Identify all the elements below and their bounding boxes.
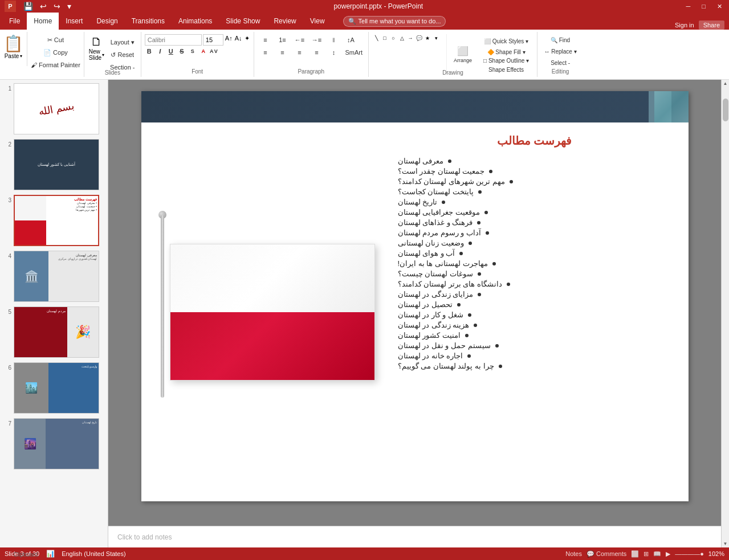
- slide-img-6[interactable]: 🏙️ وارسو پایتخت: [14, 362, 99, 414]
- notes-area[interactable]: Click to add notes: [108, 526, 721, 547]
- font-color-btn[interactable]: A: [199, 47, 208, 56]
- columns-btn[interactable]: ⫴: [326, 34, 342, 46]
- arrow-shape-btn[interactable]: →: [406, 34, 414, 42]
- format-painter-button[interactable]: 🖌 Format Painter: [28, 59, 83, 71]
- select-button[interactable]: Select -: [541, 57, 580, 68]
- increase-indent-btn[interactable]: →≡: [309, 34, 325, 46]
- bold-button[interactable]: B: [145, 47, 154, 56]
- decrease-indent-btn[interactable]: ←≡: [292, 34, 308, 46]
- zoom-slider[interactable]: ————●: [675, 550, 704, 557]
- slide-sorter-btn[interactable]: ⊞: [644, 550, 649, 558]
- minimize-btn[interactable]: ─: [684, 3, 693, 10]
- vertical-scrollbar[interactable]: ▲ ▼: [721, 80, 729, 547]
- slide-img-5[interactable]: مردم لهستان 🎉: [14, 306, 99, 358]
- customize-quick-access[interactable]: ▾: [66, 1, 73, 12]
- tab-review[interactable]: Review: [267, 13, 303, 30]
- copy-button[interactable]: 📄 Copy: [28, 47, 83, 58]
- star-shape-btn[interactable]: ★: [423, 34, 431, 42]
- bullets-btn[interactable]: ≡: [258, 34, 274, 46]
- triangle-shape-btn[interactable]: △: [398, 34, 406, 42]
- slide-thumb-2[interactable]: 2 آشنایی با کشور لهستان: [2, 138, 105, 191]
- slideshow-btn[interactable]: ▶: [666, 550, 670, 558]
- share-btn[interactable]: Share: [699, 21, 724, 30]
- clear-format-btn[interactable]: ✦: [244, 34, 250, 46]
- slide-thumb-5[interactable]: 5 مردم لهستان 🎉: [2, 305, 105, 359]
- redo-btn[interactable]: ↪: [52, 1, 62, 12]
- list-item: چرا به پولند لهستان می گوییم؟: [398, 362, 671, 370]
- maximize-btn[interactable]: □: [699, 3, 708, 10]
- shadow-button[interactable]: S: [188, 47, 197, 56]
- numbering-btn[interactable]: 1≡: [275, 34, 291, 46]
- layout-button[interactable]: Layout ▾: [108, 36, 137, 48]
- justify-btn[interactable]: ≡: [309, 47, 325, 58]
- tab-insert[interactable]: Insert: [59, 13, 89, 30]
- text-dir-btn[interactable]: ↕A: [343, 34, 359, 46]
- replace-button[interactable]: ↔ Replace ▾: [541, 46, 580, 57]
- align-center-btn[interactable]: ≡: [275, 47, 291, 58]
- line-spacing-btn[interactable]: ↕: [326, 47, 342, 58]
- slide-thumb-6[interactable]: 6 🏙️ وارسو پایتخت: [2, 361, 105, 415]
- tab-animations[interactable]: Animations: [172, 13, 219, 30]
- scroll-up-arrow[interactable]: ▲: [722, 80, 729, 87]
- font-name-input[interactable]: [145, 34, 202, 46]
- slide-img-7[interactable]: 🌆 تاریخ لهستان: [14, 418, 99, 469]
- scroll-track[interactable]: [722, 87, 729, 540]
- find-button[interactable]: 🔍 Find: [541, 34, 580, 46]
- slide-img-3[interactable]: فهرست مطالب • معرفی لهستان • جمعیت لهستا…: [14, 195, 99, 246]
- slide-thumb-3[interactable]: 3 فهرست مطالب • معرفی لهستان • جمعیت لهس…: [2, 194, 105, 247]
- slide-img-2[interactable]: آشنایی با کشور لهستان: [14, 139, 99, 190]
- increase-font-btn[interactable]: A↑: [225, 34, 233, 46]
- tell-me-bar[interactable]: 🔍 Tell me what you want to do...: [343, 16, 446, 27]
- notes-btn[interactable]: Notes: [565, 550, 582, 557]
- slide-img-1[interactable]: بسم الله: [14, 83, 99, 134]
- item-text: جمعیت لهستان چقدر است؟: [398, 167, 485, 175]
- tab-slideshow[interactable]: Slide Show: [219, 13, 267, 30]
- tab-view[interactable]: View: [303, 13, 332, 30]
- font-size-input[interactable]: [203, 34, 223, 46]
- callout-shape-btn[interactable]: 💬: [415, 34, 423, 42]
- slide-thumb-1[interactable]: 1 بسم الله: [2, 82, 105, 136]
- underline-button[interactable]: U: [166, 47, 176, 56]
- tab-transitions[interactable]: Transitions: [125, 13, 172, 30]
- language-info: English (United States): [62, 550, 126, 557]
- canvas-area: فهرست مطالب معرفی لهستانجمعیت لهستان چقد…: [108, 80, 721, 547]
- italic-button[interactable]: I: [156, 47, 165, 56]
- oval-shape-btn[interactable]: ○: [389, 34, 397, 42]
- normal-view-btn[interactable]: ⬜: [631, 550, 639, 558]
- line-shape-btn[interactable]: ╲: [372, 34, 380, 42]
- reading-view-btn[interactable]: 📖: [653, 550, 661, 558]
- undo-btn[interactable]: ↩: [38, 1, 48, 12]
- more-shapes-btn[interactable]: ▾: [432, 34, 440, 42]
- save-quick-btn[interactable]: 💾: [22, 1, 35, 12]
- tab-file[interactable]: File: [2, 13, 27, 30]
- new-slide-button[interactable]: 🗋 NewSlide ▾: [87, 34, 107, 68]
- cut-button[interactable]: ✂ Cut: [28, 34, 83, 46]
- arrange-button[interactable]: ⬜ Arrange: [451, 40, 474, 69]
- canvas-scroll[interactable]: فهرست مطالب معرفی لهستانجمعیت لهستان چقد…: [108, 80, 721, 526]
- tab-design[interactable]: Design: [89, 13, 124, 30]
- sign-in-btn[interactable]: Sign in: [675, 22, 694, 28]
- tab-home[interactable]: Home: [27, 13, 59, 30]
- close-btn[interactable]: ✕: [715, 3, 724, 10]
- strikethrough-button[interactable]: S: [177, 47, 186, 56]
- shape-fill-btn[interactable]: 🔶 Shape Fill ▾: [481, 48, 531, 56]
- decrease-font-btn[interactable]: A↓: [234, 34, 243, 46]
- reset-button[interactable]: ↺ Reset: [108, 49, 137, 60]
- paste-button[interactable]: 📋 Paste ▾: [0, 32, 27, 66]
- slide-thumb-7[interactable]: 7 🌆 تاریخ لهستان: [2, 417, 105, 471]
- scroll-down-arrow[interactable]: ▼: [722, 540, 729, 547]
- align-right-btn[interactable]: ≡: [292, 47, 308, 58]
- item-text: فرهنگ و غذاهای لهستان: [398, 218, 473, 227]
- rect-shape-btn[interactable]: □: [381, 34, 389, 42]
- quick-styles-button[interactable]: ⬜ Quick Styles ▾: [481, 35, 531, 47]
- scroll-thumb[interactable]: [723, 99, 728, 121]
- slide-num-5: 5: [3, 309, 11, 315]
- shape-outline-btn[interactable]: □ Shape Outline ▾: [481, 57, 531, 64]
- slide-thumb-4[interactable]: 4 🏛️ معرفی لهستان لهستان کشوری در اروپای…: [2, 250, 105, 303]
- char-spacing-btn[interactable]: AV: [210, 47, 219, 56]
- align-left-btn[interactable]: ≡: [258, 47, 274, 58]
- smartart-btn[interactable]: SmArt: [343, 47, 365, 58]
- slide-num-6: 6: [3, 365, 11, 371]
- comments-btn[interactable]: 💬 Comments: [587, 550, 626, 558]
- slide-img-4[interactable]: 🏛️ معرفی لهستان لهستان کشوری در اروپای م…: [14, 251, 99, 302]
